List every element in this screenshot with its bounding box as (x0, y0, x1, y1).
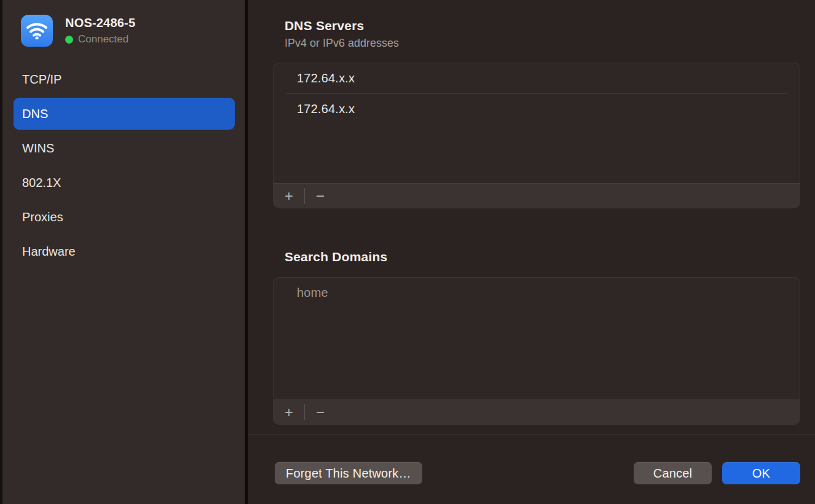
wifi-glyph (26, 22, 47, 39)
network-meta: NOS-2486-5 Connected (65, 16, 135, 45)
dns-servers-section: DNS Servers IPv4 or IPv6 addresses 172.6… (273, 0, 800, 208)
search-domain-row[interactable]: home (274, 278, 800, 308)
network-status: Connected (65, 33, 135, 45)
sidebar-item-dns[interactable]: DNS (14, 98, 235, 130)
dns-servers-footer: + − (274, 183, 800, 208)
cancel-button[interactable]: Cancel (634, 462, 712, 484)
search-domains-listbox: home + − (273, 277, 800, 425)
sidebar-item-tcpip[interactable]: TCP/IP (14, 63, 235, 95)
sidebar-item-wins[interactable]: WINS (14, 132, 235, 164)
dns-server-row[interactable]: 172.64.x.x (274, 94, 800, 124)
search-domains-footer: + − (274, 400, 800, 424)
ok-button[interactable]: OK (722, 462, 800, 484)
sidebar-item-proxies[interactable]: Proxies (14, 201, 235, 233)
footer-divider (248, 435, 815, 435)
wifi-icon (21, 15, 53, 47)
add-dns-server-button[interactable]: + (274, 184, 304, 208)
connected-status-dot (65, 36, 73, 44)
dns-servers-listbox: 172.64.x.x 172.64.x.x + − (273, 63, 800, 208)
search-domains-title: Search Domains (285, 250, 800, 264)
search-domains-rows: home (274, 278, 800, 400)
add-search-domain-button[interactable]: + (274, 400, 304, 425)
dns-server-row[interactable]: 172.64.x.x (274, 63, 800, 93)
dns-servers-title: DNS Servers (285, 0, 800, 33)
forget-network-button[interactable]: Forget This Network… (275, 462, 422, 484)
search-domains-section: Search Domains home + − (273, 250, 800, 425)
remove-dns-server-button[interactable]: − (305, 184, 336, 208)
network-name: NOS-2486-5 (65, 16, 135, 30)
sidebar-item-8021x[interactable]: 802.1X (14, 167, 235, 199)
action-bar: Forget This Network… Cancel OK (273, 462, 800, 484)
sidebar-item-hardware[interactable]: Hardware (14, 235, 235, 267)
connected-status-label: Connected (78, 33, 128, 45)
sidebar-nav: TCP/IP DNS WINS 802.1X Proxies Hardware (2, 63, 245, 267)
network-header: NOS-2486-5 Connected (21, 15, 245, 47)
dns-servers-rows: 172.64.x.x 172.64.x.x (274, 63, 800, 183)
dns-servers-subtitle: IPv4 or IPv6 addresses (285, 37, 800, 50)
remove-search-domain-button[interactable]: − (305, 400, 336, 425)
dns-settings-panel: DNS Servers IPv4 or IPv6 addresses 172.6… (248, 0, 815, 504)
sidebar: NOS-2486-5 Connected TCP/IP DNS WINS 802… (2, 0, 245, 504)
network-details-window: NOS-2486-5 Connected TCP/IP DNS WINS 802… (0, 0, 815, 504)
